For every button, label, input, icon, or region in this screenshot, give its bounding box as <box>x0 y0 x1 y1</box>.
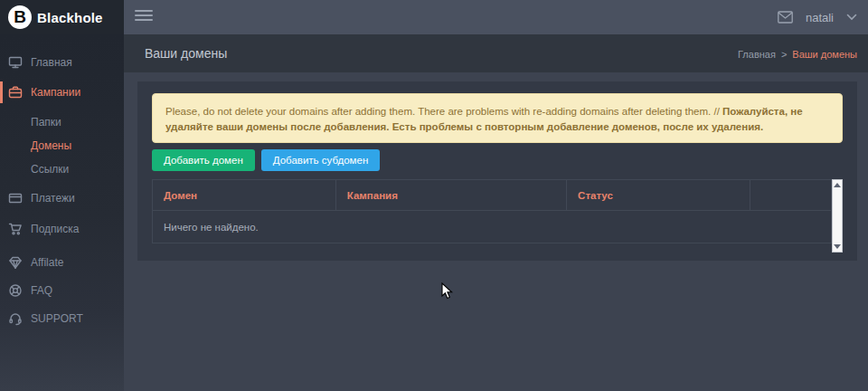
sidebar-item-label: SUPPORT <box>31 312 83 325</box>
add-subdomain-button[interactable]: Добавить субдомен <box>261 149 380 171</box>
sidebar-item-label: Affilate <box>31 256 63 269</box>
breadcrumb-current[interactable]: Ваши домены <box>792 49 857 60</box>
breadcrumb-separator-icon: > <box>781 49 787 60</box>
sidebar-item-label: Платежи <box>31 192 75 205</box>
empty-state-text: Ничего не найдено. <box>153 211 832 243</box>
sidebar-item-label: Подписка <box>31 223 79 235</box>
sidebar-item-label: Главная <box>31 56 72 69</box>
brand-name: Blackhole <box>37 10 103 25</box>
action-buttons: Добавить домен Добавить субдомен <box>152 149 843 171</box>
app-window: B Blackhole Главная Кампании Папки Домен… <box>0 0 868 391</box>
lifebuoy-icon <box>8 283 23 298</box>
domains-card: Please, do not delete your domains after… <box>137 81 857 261</box>
sidebar-item-label: Домены <box>31 139 71 152</box>
warning-alert: Please, do not delete your domains after… <box>152 93 843 143</box>
column-header-status: Статус <box>567 180 750 211</box>
sidebar-item-payments[interactable]: Платежи <box>0 187 124 209</box>
topbar: natali <box>124 0 868 34</box>
sidebar-item-label: Ссылки <box>31 163 69 176</box>
brand-logo[interactable]: B Blackhole <box>0 0 124 34</box>
sidebar-item-support[interactable]: SUPPORT <box>0 308 124 329</box>
sidebar-item-faq[interactable]: FAQ <box>0 280 124 301</box>
sidebar-item-label: Папки <box>31 116 61 129</box>
column-header-campaign: Кампания <box>335 180 566 211</box>
domains-table-container: Домен Кампания Статус Ничего не найдено. <box>152 179 843 253</box>
gem-icon <box>8 255 23 270</box>
sidebar-item-folders[interactable]: Папки <box>0 111 124 133</box>
chevron-down-icon[interactable] <box>846 14 857 21</box>
sidebar-item-links[interactable]: Ссылки <box>0 158 124 180</box>
sidebar-item-domains[interactable]: Домены <box>0 135 124 157</box>
page-title: Ваши домены <box>145 46 227 61</box>
sidebar-item-label: Кампании <box>31 86 80 99</box>
breadcrumb-home[interactable]: Главная <box>738 49 776 60</box>
sidebar-item-label: FAQ <box>31 284 52 297</box>
add-domain-button[interactable]: Добавить домен <box>152 149 255 171</box>
column-header-domain: Домен <box>153 180 336 211</box>
content-area: Please, do not delete your domains after… <box>124 72 868 391</box>
headset-icon <box>8 311 23 326</box>
monitor-icon <box>8 55 23 70</box>
table-scrollbar[interactable] <box>832 179 843 253</box>
sidebar-item-affiliate[interactable]: Affilate <box>0 252 124 273</box>
sidebar-item-main[interactable]: Главная <box>0 52 124 73</box>
sidebar-item-subscription[interactable]: Подписка <box>0 218 124 240</box>
brand-logo-icon: B <box>8 5 32 29</box>
sidebar-item-campaigns[interactable]: Кампании <box>0 81 124 103</box>
domains-table: Домен Кампания Статус Ничего не найдено. <box>152 179 832 243</box>
table-row-empty: Ничего не найдено. <box>153 211 832 243</box>
menu-toggle-icon[interactable] <box>135 10 153 24</box>
column-header-actions <box>750 180 831 211</box>
user-menu[interactable]: natali <box>806 11 834 24</box>
cart-icon <box>8 222 23 236</box>
table-header-row: Домен Кампания Статус <box>153 180 832 211</box>
mail-icon[interactable] <box>778 11 793 24</box>
credit-card-icon <box>8 191 23 205</box>
scroll-up-icon[interactable] <box>834 183 841 187</box>
sidebar: B Blackhole Главная Кампании Папки Домен… <box>0 0 124 391</box>
scroll-down-icon[interactable] <box>834 244 841 249</box>
alert-text-en: Please, do not delete your domains after… <box>165 106 722 117</box>
page-header: Ваши домены Главная > Ваши домены <box>124 34 868 72</box>
breadcrumb: Главная > Ваши домены <box>738 49 857 60</box>
briefcase-icon <box>8 85 23 100</box>
